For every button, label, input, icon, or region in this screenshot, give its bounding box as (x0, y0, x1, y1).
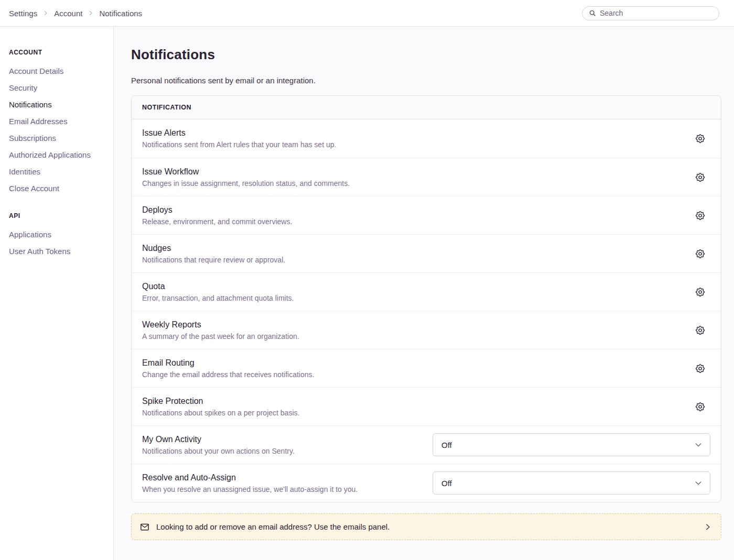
notification-row: Quota Error, transaction, and attachment… (132, 272, 721, 311)
sidebar-item-identities[interactable]: Identities (9, 164, 108, 181)
settings-sidebar: ACCOUNT Account DetailsSecurityNotificat… (0, 27, 114, 560)
notification-row: Weekly Reports A summary of the past wee… (132, 311, 721, 349)
sidebar-item-applications[interactable]: Applications (9, 227, 108, 244)
breadcrumb-item[interactable]: Account (54, 9, 82, 18)
search-icon (589, 9, 596, 17)
sidebar-item-account-details[interactable]: Account Details (9, 63, 108, 80)
row-description: When you resolve an unassigned issue, we… (142, 485, 358, 493)
settings-page: SettingsAccountNotifications ACCOUNT Acc… (0, 0, 734, 560)
sidebar-item-close-account[interactable]: Close Account (9, 181, 108, 197)
row-description: Notifications that require review or app… (142, 256, 285, 264)
chevron-right-icon (704, 523, 711, 531)
chevron-down-icon (694, 441, 703, 449)
sidebar-section-heading: ACCOUNT (9, 49, 108, 56)
breadcrumb-item[interactable]: Settings (9, 9, 37, 18)
row-description: Changes in issue assignment, resolution … (142, 179, 350, 188)
gear-icon[interactable] (693, 361, 707, 376)
sidebar-item-security[interactable]: Security (9, 80, 108, 97)
row-title: My Own Activity (142, 435, 295, 444)
notification-row: Spike Protection Notifications about spi… (132, 387, 721, 425)
chevron-right-icon (88, 10, 94, 16)
banner-text: Looking to add or remove an email addres… (156, 522, 697, 531)
row-title: Nudges (142, 244, 285, 253)
notification-select[interactable]: Off (433, 471, 710, 495)
select-value: Off (441, 479, 452, 488)
sidebar-item-notifications[interactable]: Notifications (9, 97, 108, 114)
search-input[interactable] (600, 9, 713, 17)
row-description: Release, environment, and commit overvie… (142, 217, 292, 226)
sidebar-item-subscriptions[interactable]: Subscriptions (9, 130, 108, 147)
sidebar-item-user-auth-tokens[interactable]: User Auth Tokens (9, 244, 108, 260)
page-description: Personal notifications sent by email or … (131, 76, 721, 85)
row-title: Issue Workflow (142, 167, 350, 177)
notification-row: Nudges Notifications that require review… (132, 234, 721, 272)
gear-icon[interactable] (693, 131, 707, 146)
search-box[interactable] (582, 6, 719, 20)
notification-row: My Own Activity Notifications about your… (132, 425, 721, 464)
notification-row: Email Routing Change the email address t… (132, 349, 721, 387)
row-description: Change the email address that receives n… (142, 370, 314, 379)
envelope-icon (140, 522, 149, 532)
row-description: Notifications about your own actions on … (142, 447, 295, 455)
row-title: Resolve and Auto-Assign (142, 473, 358, 482)
sidebar-section: API ApplicationsUser Auth Tokens (9, 212, 108, 260)
gear-icon[interactable] (693, 246, 707, 261)
sidebar-section-heading: API (9, 212, 108, 219)
row-description: Error, transaction, and attachment quota… (142, 294, 294, 302)
row-title: Quota (142, 282, 294, 291)
sidebar-item-authorized-applications[interactable]: Authorized Applications (9, 147, 108, 164)
row-description: Notifications about spikes on a per proj… (142, 409, 299, 417)
row-title: Email Routing (142, 358, 314, 368)
gear-icon[interactable] (693, 208, 707, 223)
top-bar: SettingsAccountNotifications (0, 0, 734, 27)
row-title: Spike Protection (142, 397, 299, 406)
row-description: Notifications sent from Alert rules that… (142, 140, 336, 149)
sidebar-item-email-addresses[interactable]: Email Addresses (9, 114, 108, 130)
notifications-panel: NOTIFICATION Issue Alerts Notifications … (131, 95, 721, 502)
notification-row: Issue Workflow Changes in issue assignme… (132, 158, 721, 196)
panel-header: NOTIFICATION (132, 96, 721, 119)
gear-icon[interactable] (693, 323, 707, 337)
gear-icon[interactable] (693, 170, 707, 184)
row-title: Weekly Reports (142, 320, 299, 330)
breadcrumb: SettingsAccountNotifications (9, 9, 142, 18)
notification-row: Issue Alerts Notifications sent from Ale… (132, 119, 721, 158)
breadcrumb-item[interactable]: Notifications (99, 9, 142, 18)
main-content: Notifications Personal notifications sen… (114, 27, 734, 560)
sidebar-section: ACCOUNT Account DetailsSecurityNotificat… (9, 49, 108, 197)
row-title: Issue Alerts (142, 128, 336, 138)
gear-icon[interactable] (693, 284, 707, 299)
row-description: A summary of the past week for an organi… (142, 332, 299, 341)
page-title: Notifications (131, 47, 721, 63)
sidebar-section-list: Account DetailsSecurityNotificationsEmai… (9, 63, 108, 197)
notification-row: Resolve and Auto-Assign When you resolve… (132, 464, 721, 502)
notification-select[interactable]: Off (433, 433, 710, 456)
notification-row: Deploys Release, environment, and commit… (132, 196, 721, 234)
panel-rows: Issue Alerts Notifications sent from Ale… (132, 119, 721, 502)
chevron-down-icon (694, 479, 703, 487)
row-title: Deploys (142, 205, 292, 215)
sidebar-section-list: ApplicationsUser Auth Tokens (9, 227, 108, 260)
select-value: Off (441, 441, 452, 449)
gear-icon[interactable] (693, 399, 707, 414)
chevron-right-icon (42, 10, 49, 16)
emails-panel-banner[interactable]: Looking to add or remove an email addres… (131, 513, 721, 540)
